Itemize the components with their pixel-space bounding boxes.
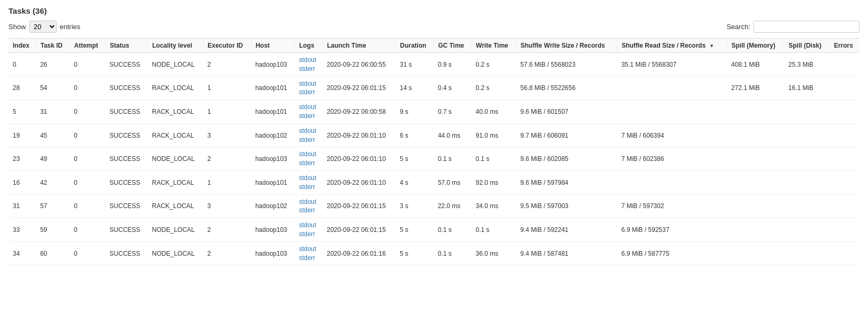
col-status[interactable]: Status: [106, 39, 148, 53]
stderr-link[interactable]: stderr: [299, 136, 319, 145]
stderr-link[interactable]: stderr: [299, 230, 319, 239]
cell-duration: 4 s: [396, 171, 434, 194]
stderr-link[interactable]: stderr: [299, 206, 319, 215]
col-attempt[interactable]: Attempt: [69, 39, 105, 53]
col-errors[interactable]: Errors: [829, 39, 860, 53]
stdout-link[interactable]: stdout: [299, 56, 319, 65]
cell-duration: 5 s: [396, 241, 434, 265]
col-task-id[interactable]: Task ID: [36, 39, 70, 53]
cell-host: hadoop103: [251, 218, 294, 242]
tasks-table: Index Task ID Attempt Status Locality le…: [8, 38, 860, 265]
cell-index: 33: [8, 218, 36, 242]
cell-spill-disk: [784, 171, 829, 194]
cell-spill-disk: [784, 218, 829, 242]
cell-gc-time: 0.1 s: [434, 218, 471, 242]
cell-write-time: 34.0 ms: [471, 194, 516, 218]
cell-spill-memory: [727, 241, 784, 265]
cell-spill-memory: [727, 100, 784, 124]
stdout-link[interactable]: stdout: [299, 174, 319, 183]
stdout-link[interactable]: stdout: [299, 221, 319, 230]
cell-shuffle-write: 9.5 MiB / 597003: [516, 194, 617, 218]
cell-errors: [829, 53, 860, 77]
col-index[interactable]: Index: [8, 39, 36, 53]
cell-launch-time: 2020-09-22 06:01:15: [322, 194, 396, 218]
stderr-link[interactable]: stderr: [299, 159, 319, 168]
col-launch-time[interactable]: Launch Time: [322, 39, 396, 53]
cell-errors: [829, 123, 860, 147]
stderr-link[interactable]: stderr: [299, 88, 319, 97]
cell-spill-memory: [727, 123, 784, 147]
cell-errors: [829, 100, 860, 124]
col-logs[interactable]: Logs: [295, 39, 323, 53]
cell-index: 16: [8, 171, 36, 194]
show-label: Show: [8, 23, 26, 31]
stderr-link[interactable]: stderr: [299, 254, 319, 263]
col-spill-disk[interactable]: Spill (Disk): [784, 39, 829, 53]
search-label: Search:: [726, 23, 750, 31]
col-shuffle-write[interactable]: Shuffle Write Size / Records: [516, 39, 617, 53]
table-row: 28540SUCCESSRACK_LOCAL1hadoop101stdoutst…: [8, 76, 860, 100]
cell-locality-level: NODE_LOCAL: [148, 241, 203, 265]
stdout-link[interactable]: stdout: [299, 79, 319, 88]
col-duration[interactable]: Duration: [396, 39, 434, 53]
stdout-link[interactable]: stdout: [299, 198, 319, 207]
cell-index: 31: [8, 194, 36, 218]
cell-task-id: 57: [36, 194, 70, 218]
col-shuffle-read[interactable]: Shuffle Read Size / Records ▼: [617, 39, 727, 53]
col-executor-id[interactable]: Executor ID: [203, 39, 251, 53]
cell-locality-level: NODE_LOCAL: [148, 218, 203, 242]
cell-errors: [829, 194, 860, 218]
cell-launch-time: 2020-09-22 06:00:55: [322, 53, 396, 77]
entries-select[interactable]: 10 20 50 100: [29, 21, 57, 33]
cell-task-id: 31: [36, 100, 70, 124]
cell-locality-level: RACK_LOCAL: [148, 76, 203, 100]
search-input[interactable]: [753, 21, 860, 33]
cell-attempt: 0: [69, 171, 105, 194]
cell-duration: 5 s: [396, 147, 434, 171]
cell-locality-level: RACK_LOCAL: [148, 123, 203, 147]
cell-task-id: 45: [36, 123, 70, 147]
cell-host: hadoop101: [251, 171, 294, 194]
table-row: 23490SUCCESSNODE_LOCAL2hadoop103stdoutst…: [8, 147, 860, 171]
cell-shuffle-read: 7 MiB / 602386: [617, 147, 727, 171]
table-row: 31570SUCCESSRACK_LOCAL3hadoop102stdoutst…: [8, 194, 860, 218]
stdout-link[interactable]: stdout: [299, 103, 319, 112]
cell-duration: 6 s: [396, 123, 434, 147]
col-gc-time[interactable]: GC Time: [434, 39, 471, 53]
cell-duration: 3 s: [396, 194, 434, 218]
cell-task-id: 49: [36, 147, 70, 171]
cell-host: hadoop103: [251, 147, 294, 171]
cell-logs: stdoutstderr: [295, 147, 323, 171]
table-row: 16420SUCCESSRACK_LOCAL1hadoop101stdoutst…: [8, 171, 860, 194]
cell-write-time: 0.2 s: [471, 76, 516, 100]
cell-launch-time: 2020-09-22 06:01:10: [322, 147, 396, 171]
cell-index: 34: [8, 241, 36, 265]
stdout-link[interactable]: stdout: [299, 150, 319, 159]
stderr-link[interactable]: stderr: [299, 65, 319, 74]
cell-locality-level: NODE_LOCAL: [148, 147, 203, 171]
cell-index: 19: [8, 123, 36, 147]
stderr-link[interactable]: stderr: [299, 183, 319, 192]
table-row: 33590SUCCESSNODE_LOCAL2hadoop103stdoutst…: [8, 218, 860, 242]
col-write-time[interactable]: Write Time: [471, 39, 516, 53]
cell-write-time: 0.1 s: [471, 147, 516, 171]
cell-shuffle-write: 9.7 MiB / 606091: [516, 123, 617, 147]
col-locality-level[interactable]: Locality level: [148, 39, 203, 53]
cell-locality-level: RACK_LOCAL: [148, 194, 203, 218]
cell-spill-memory: [727, 218, 784, 242]
cell-logs: stdoutstderr: [295, 218, 323, 242]
cell-launch-time: 2020-09-22 06:01:15: [322, 218, 396, 242]
cell-status: SUCCESS: [106, 147, 148, 171]
cell-spill-disk: [784, 100, 829, 124]
cell-logs: stdoutstderr: [295, 53, 323, 77]
stderr-link[interactable]: stderr: [299, 112, 319, 121]
cell-write-time: 0.1 s: [471, 218, 516, 242]
cell-attempt: 0: [69, 53, 105, 77]
cell-shuffle-read: [617, 76, 727, 100]
cell-executor-id: 2: [203, 241, 251, 265]
stdout-link[interactable]: stdout: [299, 245, 319, 254]
stdout-link[interactable]: stdout: [299, 127, 319, 136]
cell-shuffle-write: 9.6 MiB / 597984: [516, 171, 617, 194]
col-spill-memory[interactable]: Spill (Memory): [727, 39, 784, 53]
col-host[interactable]: Host: [251, 39, 294, 53]
